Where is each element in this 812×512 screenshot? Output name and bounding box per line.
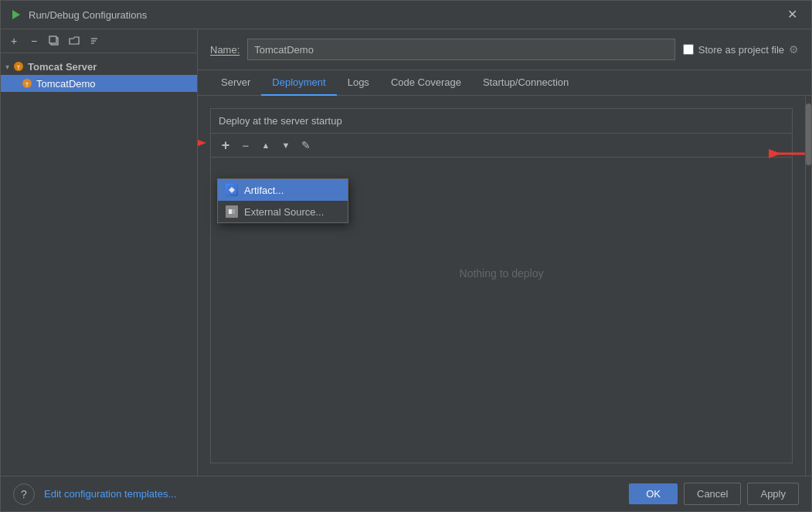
edit-deploy-button[interactable]: ✎ bbox=[297, 137, 314, 154]
tab-startup-connection[interactable]: Startup/Connection bbox=[472, 70, 579, 96]
add-deploy-button[interactable]: + bbox=[217, 137, 234, 154]
right-scrollbar[interactable] bbox=[805, 96, 811, 476]
artifact-icon bbox=[226, 184, 238, 196]
move-down-deploy-button[interactable]: ▼ bbox=[277, 137, 294, 154]
tomcatdemo-item[interactable]: T TomcatDemo bbox=[1, 75, 197, 92]
svg-rect-14 bbox=[232, 209, 235, 214]
main-content: + − bbox=[1, 29, 811, 476]
tab-logs[interactable]: Logs bbox=[337, 70, 380, 96]
tomcatdemo-label: TomcatDemo bbox=[36, 78, 96, 90]
add-config-button[interactable]: + bbox=[5, 32, 22, 49]
title-bar: Run/Debug Configurations ✕ bbox=[1, 1, 811, 29]
run-debug-configurations-dialog: Run/Debug Configurations ✕ + − bbox=[0, 0, 812, 512]
bottom-right-buttons: OK Cancel Apply bbox=[629, 483, 799, 505]
tabs-bar: Server Deployment Logs Code Coverage Sta… bbox=[198, 70, 811, 96]
content-area: Deploy at the server startup + − ▲ ▼ ✎ bbox=[198, 96, 805, 476]
deploy-header: Deploy at the server startup bbox=[211, 109, 792, 134]
store-project-file-label: Store as project file bbox=[698, 44, 784, 56]
artifact-menu-item[interactable]: Artifact... bbox=[218, 179, 348, 201]
tab-deployment[interactable]: Deployment bbox=[261, 70, 336, 96]
tomcat-icon: T bbox=[12, 60, 25, 73]
sidebar: + − bbox=[1, 29, 198, 476]
bottom-bar: ? Edit configuration templates... OK Can… bbox=[1, 476, 811, 511]
apply-button[interactable]: Apply bbox=[747, 483, 799, 505]
artifact-label: Artifact... bbox=[244, 185, 284, 196]
svg-rect-13 bbox=[229, 209, 232, 214]
run-icon bbox=[10, 8, 22, 21]
remove-deploy-button[interactable]: − bbox=[237, 137, 254, 154]
external-source-menu-item[interactable]: External Source... bbox=[218, 201, 348, 222]
svg-text:T: T bbox=[25, 81, 29, 88]
dialog-title: Run/Debug Configurations bbox=[29, 9, 147, 21]
ok-button[interactable]: OK bbox=[629, 483, 678, 504]
tomcat-server-label: Tomcat Server bbox=[28, 61, 97, 73]
chevron-icon: ▾ bbox=[5, 63, 9, 71]
scrollbar-thumb bbox=[806, 103, 811, 165]
tomcat-group: ▾ T Tomcat Server bbox=[1, 56, 197, 93]
tomcat-demo-icon: T bbox=[21, 77, 33, 90]
tomcat-server-group-header[interactable]: ▾ T Tomcat Server bbox=[1, 58, 197, 75]
name-input[interactable] bbox=[247, 39, 674, 60]
folder-config-button[interactable] bbox=[66, 32, 83, 49]
right-panel: Name: Store as project file ⚙ Server Dep… bbox=[198, 29, 811, 476]
copy-config-button[interactable] bbox=[46, 32, 63, 49]
external-source-icon bbox=[226, 205, 238, 218]
store-project-file-area: Store as project file ⚙ bbox=[683, 43, 799, 56]
store-project-file-checkbox[interactable] bbox=[683, 44, 694, 55]
cancel-button[interactable]: Cancel bbox=[684, 483, 741, 505]
title-bar-left: Run/Debug Configurations bbox=[10, 8, 147, 21]
sort-config-button[interactable] bbox=[86, 32, 103, 49]
remove-config-button[interactable]: − bbox=[25, 32, 42, 49]
svg-rect-3 bbox=[49, 36, 56, 43]
edit-templates-link[interactable]: Edit configuration templates... bbox=[44, 488, 176, 500]
move-up-deploy-button[interactable]: ▲ bbox=[257, 137, 274, 154]
name-row: Name: Store as project file ⚙ bbox=[198, 29, 811, 70]
close-button[interactable]: ✕ bbox=[783, 7, 802, 22]
tab-server[interactable]: Server bbox=[210, 70, 261, 96]
tab-code-coverage[interactable]: Code Coverage bbox=[380, 70, 472, 96]
gear-icon[interactable]: ⚙ bbox=[789, 43, 799, 56]
name-label: Name: bbox=[210, 44, 240, 56]
sidebar-tree: ▾ T Tomcat Server bbox=[1, 53, 197, 476]
deploy-dropdown-menu: Artifact... bbox=[217, 178, 348, 223]
help-button[interactable]: ? bbox=[13, 483, 35, 505]
sidebar-toolbar: + − bbox=[1, 29, 197, 53]
arrow-to-plus bbox=[198, 127, 211, 158]
deploy-toolbar: + − ▲ ▼ ✎ bbox=[211, 134, 792, 158]
external-source-label: External Source... bbox=[244, 206, 324, 218]
deploy-section: Deploy at the server startup + − ▲ ▼ ✎ bbox=[210, 108, 793, 463]
svg-text:T: T bbox=[17, 64, 21, 71]
